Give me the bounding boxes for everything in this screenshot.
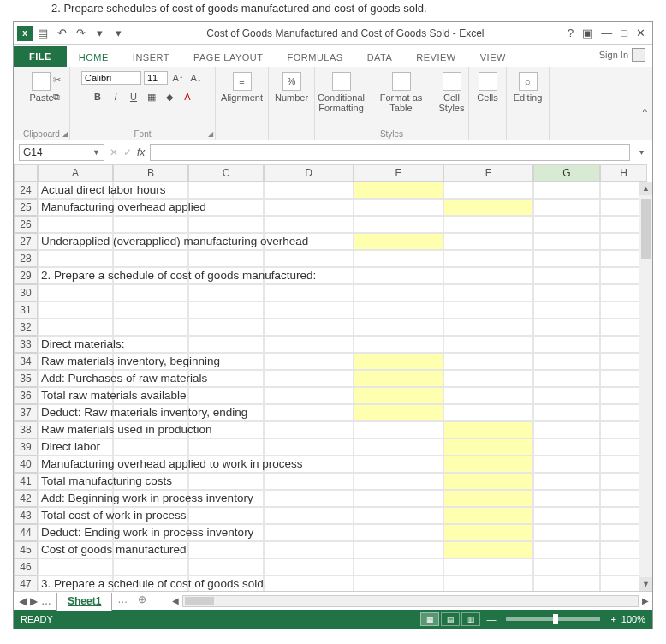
tab-view[interactable]: VIEW	[468, 47, 518, 67]
cell-F29[interactable]	[443, 267, 533, 284]
cell-F46[interactable]	[443, 558, 533, 575]
cell-E26[interactable]	[354, 216, 443, 233]
cell-F42[interactable]	[443, 490, 533, 507]
editing-button[interactable]: ⌕ Editing	[510, 70, 546, 104]
cell-F33[interactable]	[443, 336, 533, 353]
vscroll-thumb[interactable]	[641, 199, 651, 259]
row-header-32[interactable]: 32	[14, 319, 38, 336]
cell-F25[interactable]	[443, 199, 533, 216]
font-size-input[interactable]	[144, 71, 168, 85]
row-header-29[interactable]: 29	[14, 267, 38, 284]
row-header-46[interactable]: 46	[14, 558, 38, 575]
row-header-36[interactable]: 36	[14, 387, 38, 404]
cell-D47[interactable]	[264, 575, 354, 591]
row-header-38[interactable]: 38	[14, 421, 38, 438]
cell-E46[interactable]	[354, 558, 443, 575]
row-header-30[interactable]: 30	[14, 284, 38, 301]
cell-F30[interactable]	[443, 284, 533, 301]
cells-button[interactable]: Cells	[473, 70, 501, 104]
qat-customize-icon[interactable]: ▾	[110, 27, 127, 39]
cell-A34[interactable]: Raw materials inventory, beginning	[38, 353, 113, 370]
cell-A41[interactable]: Total manufacturing costs	[38, 473, 113, 490]
page-break-view-icon[interactable]: ▥	[461, 612, 480, 626]
row-header-47[interactable]: 47	[14, 575, 38, 591]
redo-icon[interactable]: ↷	[72, 27, 89, 39]
cell-B28[interactable]	[113, 250, 188, 267]
italic-button[interactable]: I	[108, 89, 123, 104]
cell-F36[interactable]	[443, 387, 533, 404]
cell-A36[interactable]: Total raw materials available	[38, 387, 113, 404]
cell-F45[interactable]	[443, 541, 533, 558]
select-all-corner[interactable]	[14, 164, 38, 182]
sheet-nav-prev-icon[interactable]: ◀	[19, 595, 27, 607]
row-header-45[interactable]: 45	[14, 541, 38, 558]
user-icon[interactable]: ▾	[91, 27, 108, 39]
cell-F24[interactable]	[443, 182, 533, 199]
cell-F32[interactable]	[443, 319, 533, 336]
row-header-31[interactable]: 31	[14, 301, 38, 319]
cell-B30[interactable]	[113, 284, 188, 301]
cell-F26[interactable]	[443, 216, 533, 233]
cell-D31[interactable]	[264, 301, 354, 319]
border-button[interactable]: ▦	[144, 89, 159, 104]
name-box-dropdown-icon[interactable]: ▼	[92, 148, 100, 157]
row-header-40[interactable]: 40	[14, 456, 38, 473]
cell-E25[interactable]	[354, 199, 443, 216]
formula-input[interactable]	[150, 144, 630, 161]
cell-F43[interactable]	[443, 507, 533, 524]
page-layout-view-icon[interactable]: ▤	[441, 612, 460, 626]
cell-A40[interactable]: Manufacturing overhead applied to work i…	[38, 456, 113, 473]
cell-G36[interactable]	[533, 387, 600, 404]
cell-F44[interactable]	[443, 524, 533, 541]
cell-G31[interactable]	[533, 301, 600, 319]
sheet-tab-1[interactable]: Sheet1	[56, 593, 112, 611]
cell-G43[interactable]	[533, 507, 600, 524]
cell-D32[interactable]	[264, 319, 354, 336]
cell-A31[interactable]: Stanford Enterprises	[38, 301, 113, 319]
cell-E24[interactable]	[354, 182, 443, 199]
maximize-icon[interactable]: □	[621, 27, 627, 39]
shrink-font-icon[interactable]: A↓	[188, 70, 204, 86]
cell-B26[interactable]	[113, 216, 188, 233]
cell-E45[interactable]	[354, 541, 443, 558]
cell-F28[interactable]	[443, 250, 533, 267]
bold-button[interactable]: B	[90, 89, 105, 104]
cell-A37[interactable]: Deduct: Raw materials inventory, ending	[38, 404, 113, 421]
cell-E31[interactable]	[354, 301, 443, 319]
cell-C43[interactable]	[188, 507, 264, 524]
expand-formula-bar-icon[interactable]: ▾	[635, 147, 647, 157]
cell-G45[interactable]	[533, 541, 600, 558]
column-header-F[interactable]: F	[443, 164, 533, 182]
cell-A43[interactable]: Total cost of work in process	[38, 507, 113, 524]
row-header-34[interactable]: 34	[14, 353, 38, 370]
cell-C31[interactable]	[188, 301, 264, 319]
cell-E30[interactable]	[354, 284, 443, 301]
copy-icon[interactable]: ⧉	[49, 89, 64, 104]
font-launcher-icon[interactable]: ◢	[208, 130, 213, 138]
cell-D25[interactable]	[264, 199, 354, 216]
cell-F39[interactable]	[443, 438, 533, 456]
cell-D41[interactable]	[264, 473, 354, 490]
cell-A29[interactable]: 2. Prepare a schedule of cost of goods m…	[38, 267, 113, 284]
cell-D24[interactable]	[264, 182, 354, 199]
cell-A28[interactable]	[38, 250, 113, 267]
number-button[interactable]: % Number	[271, 70, 312, 104]
cell-G35[interactable]	[533, 370, 600, 387]
cell-D37[interactable]	[264, 404, 354, 421]
tab-data[interactable]: DATA	[355, 47, 405, 67]
cell-C36[interactable]	[188, 387, 264, 404]
cut-icon[interactable]: ✂	[49, 72, 64, 87]
row-header-39[interactable]: 39	[14, 438, 38, 456]
row-header-43[interactable]: 43	[14, 507, 38, 524]
zoom-out-icon[interactable]: —	[486, 614, 496, 624]
tab-home[interactable]: HOME	[67, 47, 121, 67]
save-icon[interactable]: ▤	[34, 27, 51, 39]
cell-G39[interactable]	[533, 438, 600, 456]
tab-page-layout[interactable]: PAGE LAYOUT	[181, 47, 276, 67]
cell-A33[interactable]: Direct materials:	[38, 336, 113, 353]
cell-E44[interactable]	[354, 524, 443, 541]
cell-grid[interactable]: ABCDEFGH24 Actual direct labor hours25 M…	[14, 164, 652, 591]
tab-file[interactable]: FILE	[14, 46, 67, 67]
cell-E28[interactable]	[354, 250, 443, 267]
cell-A42[interactable]: Add: Beginning work in process inventory	[38, 490, 113, 507]
